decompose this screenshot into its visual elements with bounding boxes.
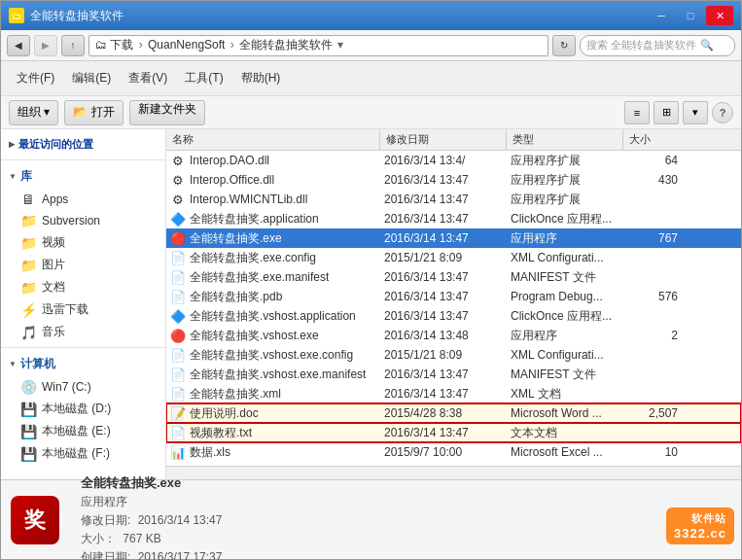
nav-item-e-drive[interactable]: 💾 本地磁盘 (E:) [1,420,165,442]
file-cell-date: 2016/3/14 13:48 [380,329,507,342]
nav-item-docs[interactable]: 📁 文档 [1,276,165,298]
forward-button[interactable]: ▶ [34,35,57,56]
file-row[interactable]: 🔷 全能转盘抽奖.vshost.application 2016/3/14 13… [166,306,741,326]
back-button[interactable]: ◀ [7,35,30,56]
address-path[interactable]: 🗂 下载 › QuanNengSoft › 全能转盘抽奖软件 ▾ [88,35,548,56]
nav-item-docs-label: 文档 [42,279,65,296]
file-icon: 📊 [170,444,186,460]
file-row[interactable]: 📄 全能转盘抽奖.xml 2016/3/14 13:47 XML 文档 [166,384,741,403]
computer-label: 计算机 [20,356,55,372]
file-cell-name: ⚙ Interop.Office.dll [166,172,380,188]
nav-item-d-drive[interactable]: 💾 本地磁盘 (D:) [1,398,165,420]
file-cell-size: 2,507 [623,406,682,420]
view-list-button[interactable]: ≡ [624,101,650,124]
file-row[interactable]: 📄 全能转盘抽奖.vshost.exe.manifest 2016/3/14 1… [166,365,741,384]
file-cell-type: Microsoft Word ... [507,406,623,420]
pictures-icon: 📁 [20,258,36,273]
menu-file[interactable]: 文件(F) [9,68,62,88]
open-button[interactable]: 📂 打开 [64,100,123,125]
new-folder-button[interactable]: 新建文件夹 [129,100,205,125]
search-icon: 🔍 [700,39,714,52]
search-box[interactable]: 搜索 全能转盘抽奖软件 🔍 [580,35,735,56]
nav-item-pictures[interactable]: 📁 图片 [1,254,165,276]
left-panel: ▶ 最近访问的位置 ▼ 库 🖥 Apps 📁 Subversion 📁 视频 � [1,129,166,479]
file-cell-name: 📄 全能转盘抽奖.vshost.exe.manifest [166,367,380,383]
nav-recent-header[interactable]: ▶ 最近访问的位置 [1,133,165,156]
file-table-header: 名称 修改日期 类型 大小 [166,129,741,151]
file-name-text: 全能转盘抽奖.pdb [190,289,282,305]
computer-triangle: ▼ [9,360,17,368]
menu-help[interactable]: 帮助(H) [233,68,289,88]
file-row[interactable]: 🔷 全能转盘抽奖.application 2016/3/14 13:47 Cli… [166,209,741,228]
organize-button[interactable]: 组织 ▾ [9,100,58,125]
view-grid-button[interactable]: ⊞ [654,101,679,124]
col-header-date[interactable]: 修改日期 [380,129,507,150]
titlebar-icon: 🗂 [9,8,24,23]
file-row[interactable]: 📊 数据.xls 2015/9/7 10:00 Microsoft Excel … [166,442,741,462]
nav-item-apps[interactable]: 🖥 Apps [1,189,165,210]
menu-tools[interactable]: 工具(T) [177,68,230,88]
xunlei-icon: ⚡ [20,302,36,318]
file-name-text: 全能转盘抽奖.exe [190,230,282,247]
maximize-button[interactable]: □ [677,6,704,25]
titlebar-controls: ─ □ ✕ [648,6,733,25]
view-dropdown-button[interactable]: ▾ [683,101,708,124]
file-row[interactable]: ⚙ Interop.Office.dll 2016/3/14 13:47 应用程… [166,170,741,190]
file-name-text: Interop.WMICNTLib.dll [190,192,307,206]
file-row[interactable]: ⚙ Interop.DAO.dll 2016/3/14 13:4/ 应用程序扩展… [166,151,741,170]
file-cell-name: 📄 全能转盘抽奖.pdb [166,289,380,305]
nav-item-music[interactable]: 🎵 音乐 [1,321,165,343]
close-button[interactable]: ✕ [706,6,733,25]
file-row[interactable]: 📝 使用说明.doc 2015/4/28 8:38 Microsoft Word… [166,403,741,423]
col-header-type[interactable]: 类型 [507,129,623,150]
computer-section-title[interactable]: ▼ 计算机 [1,352,165,376]
file-name-text: 数据.xls [190,444,230,461]
file-row[interactable]: 📄 视频教程.txt 2016/3/14 13:47 文本文档 [166,423,741,442]
nav-item-f-drive[interactable]: 💾 本地磁盘 (F:) [1,442,165,465]
nav-item-apps-label: Apps [42,192,68,206]
file-name-text: 全能转盘抽奖.vshost.exe.config [190,347,353,364]
minimize-button[interactable]: ─ [648,6,675,25]
nav-item-subversion[interactable]: 📁 Subversion [1,210,165,231]
help-button[interactable]: ? [712,102,733,123]
menu-bar: 文件(F) 编辑(E) 查看(V) 工具(T) 帮助(H) [9,68,288,88]
file-cell-size: 2 [623,329,682,342]
file-row[interactable]: 🔴 全能转盘抽奖.exe 2016/3/14 13:47 应用程序 767 [166,228,741,248]
file-name-text: 全能转盘抽奖.vshost.exe.manifest [190,367,366,383]
file-row[interactable]: 📄 全能转盘抽奖.vshost.exe.config 2015/1/21 8:0… [166,345,741,365]
nav-item-e-label: 本地磁盘 (E:) [42,423,111,439]
file-cell-type: Microsoft Excel ... [507,445,623,459]
file-row[interactable]: 🔴 全能转盘抽奖.vshost.exe 2016/3/14 13:48 应用程序… [166,326,741,345]
nav-item-video[interactable]: 📁 视频 [1,231,165,254]
file-row[interactable]: 📄 全能转盘抽奖.pdb 2016/3/14 13:47 Program Deb… [166,287,741,306]
menu-edit[interactable]: 编辑(E) [64,68,119,88]
music-icon: 🎵 [20,325,36,340]
file-row[interactable]: 📄 全能转盘抽奖.exe.manifest 2016/3/14 13:47 MA… [166,267,741,287]
watermark: 软件站 3322.cc [666,508,734,544]
file-cell-name: 📄 全能转盘抽奖.vshost.exe.config [166,347,380,364]
file-cell-name: 📄 全能转盘抽奖.xml [166,386,380,402]
file-name-text: 全能转盘抽奖.exe.manifest [190,269,329,286]
status-icon-area: 奖 [1,480,69,559]
file-name-text: 全能转盘抽奖.xml [190,386,281,402]
nav-item-c-label: Win7 (C:) [42,380,91,394]
file-cell-date: 2016/3/14 13:47 [380,212,507,226]
file-row[interactable]: 📄 全能转盘抽奖.exe.config 2015/1/21 8:09 XML C… [166,248,741,267]
up-button[interactable]: ↑ [61,35,85,56]
file-cell-type: 应用程序扩展 [507,192,623,208]
refresh-button[interactable]: ↻ [552,35,576,56]
file-cell-name: 🔷 全能转盘抽奖.vshost.application [166,308,380,325]
nav-item-c-drive[interactable]: 💿 Win7 (C:) [1,376,165,398]
file-row[interactable]: ⚙ Interop.WMICNTLib.dll 2016/3/14 13:47 … [166,190,741,209]
file-cell-size: 10 [623,445,682,459]
col-header-name[interactable]: 名称 [166,129,380,150]
nav-item-xunlei[interactable]: ⚡ 迅雷下载 [1,298,165,321]
file-cell-type: MANIFEST 文件 [507,367,623,383]
file-cell-size: 767 [623,231,682,245]
menu-view[interactable]: 查看(V) [121,68,175,88]
file-cell-size: 64 [623,154,682,167]
col-header-size[interactable]: 大小 [623,129,682,150]
library-section-title[interactable]: ▼ 库 [1,164,165,189]
file-cell-date: 2016/3/14 13:47 [380,290,507,303]
file-cell-type: 文本文档 [507,425,623,441]
